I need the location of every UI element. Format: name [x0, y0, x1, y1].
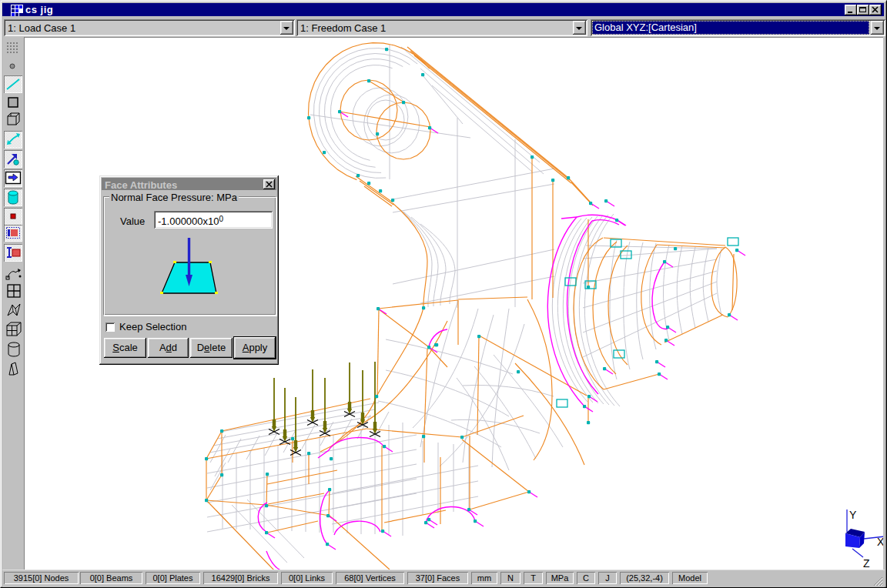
- svg-text:X: X: [877, 536, 883, 548]
- svg-text:Z: Z: [863, 557, 870, 570]
- svg-text:Y: Y: [849, 509, 857, 521]
